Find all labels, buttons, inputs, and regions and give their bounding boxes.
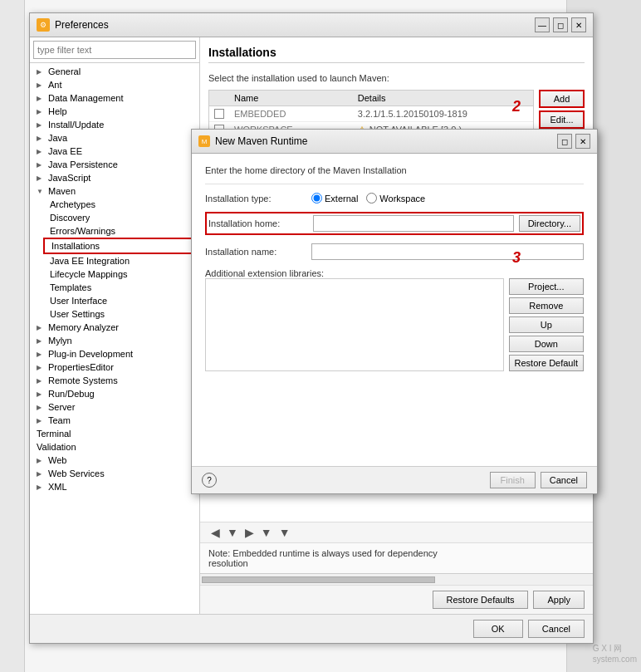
sidebar-item-maven[interactable]: ▼ Maven bbox=[30, 184, 199, 198]
ext-libs-area: Project... Remove Up Down Restore Defaul… bbox=[205, 278, 584, 371]
restore-default-button[interactable]: Restore Default bbox=[509, 355, 584, 371]
maven-description: Enter the home directory of the Maven In… bbox=[205, 165, 584, 184]
sidebar-item-archetypes[interactable]: Archetypes bbox=[43, 198, 199, 211]
sidebar-item-label: Web bbox=[48, 455, 66, 465]
sidebar-item-team[interactable]: ▶ Team bbox=[30, 414, 199, 427]
sidebar-item-javascript[interactable]: ▶ JavaScript bbox=[30, 171, 199, 184]
sidebar-item-user-interface[interactable]: User Interface bbox=[43, 294, 199, 307]
edit-button[interactable]: Edit... bbox=[539, 110, 585, 129]
finish-button[interactable]: Finish bbox=[490, 472, 536, 488]
td-name: EMBEDDED bbox=[229, 107, 353, 120]
installation-home-input[interactable] bbox=[313, 215, 514, 232]
sidebar-item-terminal[interactable]: Terminal bbox=[30, 427, 199, 440]
row-checkbox[interactable] bbox=[214, 109, 224, 119]
maven-children: Archetypes Discovery Errors/Warnings Ins… bbox=[30, 198, 199, 321]
expand-arrow: ▶ bbox=[37, 121, 45, 129]
maven-cancel-button[interactable]: Cancel bbox=[541, 472, 587, 488]
maven-body: Enter the home directory of the Maven In… bbox=[192, 154, 597, 466]
td-checkbox[interactable] bbox=[209, 106, 229, 121]
filter-input[interactable] bbox=[33, 41, 196, 59]
sidebar-item-ant[interactable]: ▶ Ant bbox=[30, 78, 199, 91]
up-button[interactable]: Up bbox=[509, 316, 584, 333]
expand-arrow: ▶ bbox=[37, 390, 45, 398]
radio-workspace-input[interactable] bbox=[366, 193, 377, 204]
sidebar-item-java-ee-integration[interactable]: Java EE Integration bbox=[43, 254, 199, 267]
radio-external-input[interactable] bbox=[311, 193, 322, 204]
sidebar-item-java[interactable]: ▶ Java bbox=[30, 131, 199, 145]
sidebar-item-label: Memory Analyzer bbox=[48, 322, 119, 332]
sidebar-item-plugin-development[interactable]: ▶ Plug-in Development bbox=[30, 347, 199, 361]
restore-button[interactable]: ◻ bbox=[553, 17, 568, 32]
expand-arrow: ▶ bbox=[37, 135, 45, 142]
sidebar-item-server[interactable]: ▶ Server bbox=[30, 400, 199, 414]
maven-footer-buttons: Finish Cancel bbox=[490, 472, 587, 488]
sidebar-item-label: Archetypes bbox=[50, 199, 95, 209]
installation-name-input[interactable] bbox=[311, 243, 584, 260]
nav-dropdown2-button[interactable]: ▼ bbox=[258, 526, 275, 539]
horiz-thumb[interactable] bbox=[202, 576, 435, 583]
expand-arrow: ▶ bbox=[37, 337, 45, 345]
sidebar-item-mylyn[interactable]: ▶ Mylyn bbox=[30, 334, 199, 347]
watermark: G X I 网system.com bbox=[593, 643, 637, 664]
table-header: Name Details bbox=[209, 91, 533, 106]
sidebar-item-templates[interactable]: Templates bbox=[43, 281, 199, 294]
radio-group: External Workspace bbox=[311, 193, 425, 204]
th-details: Details bbox=[353, 91, 533, 105]
sidebar-item-validation[interactable]: Validation bbox=[30, 440, 199, 454]
apply-button[interactable]: Apply bbox=[533, 591, 585, 609]
horiz-scrollbar[interactable] bbox=[200, 573, 593, 585]
sidebar-item-label: User Settings bbox=[50, 309, 105, 319]
back-button[interactable]: ◀ bbox=[208, 526, 223, 539]
sidebar-item-lifecycle-mappings[interactable]: Lifecycle Mappings bbox=[43, 267, 199, 281]
sidebar: ▶ General ▶ Ant ▶ Data Management ▶ Help bbox=[30, 37, 200, 614]
directory-button[interactable]: Directory... bbox=[519, 215, 580, 232]
sidebar-item-general[interactable]: ▶ General bbox=[30, 65, 199, 78]
sidebar-item-java-persistence[interactable]: ▶ Java Persistence bbox=[30, 158, 199, 171]
ext-libs-section: Additional extension libraries: Project.… bbox=[205, 268, 584, 371]
sidebar-item-run-debug[interactable]: ▶ Run/Debug bbox=[30, 387, 199, 400]
note-text2: resolution bbox=[208, 558, 585, 568]
sidebar-item-label: Install/Update bbox=[48, 120, 104, 130]
sidebar-item-install-update[interactable]: ▶ Install/Update bbox=[30, 118, 199, 131]
expand-arrow: ▶ bbox=[37, 174, 45, 182]
sidebar-item-label: Run/Debug bbox=[48, 389, 95, 399]
nav-menu-button[interactable]: ▼ bbox=[276, 526, 293, 539]
maven-maximize-button[interactable]: ◻ bbox=[557, 134, 572, 149]
minimize-button[interactable]: — bbox=[535, 17, 550, 32]
sidebar-item-web-services[interactable]: ▶ Web Services bbox=[30, 467, 199, 480]
sidebar-item-data-management[interactable]: ▶ Data Management bbox=[30, 91, 199, 105]
radio-workspace-label: Workspace bbox=[379, 194, 425, 204]
help-icon[interactable]: ? bbox=[202, 473, 217, 488]
sidebar-item-installations[interactable]: Installations bbox=[43, 238, 199, 254]
ok-button[interactable]: OK bbox=[473, 620, 523, 638]
dialog-titlebar: ⚙ Preferences — ◻ ✕ bbox=[30, 13, 593, 37]
forward-button[interactable]: ▶ bbox=[242, 526, 257, 539]
radio-workspace[interactable]: Workspace bbox=[366, 193, 425, 204]
sidebar-item-label: Errors/Warnings bbox=[50, 226, 115, 236]
maven-titlebar: M New Maven Runtime ◻ ✕ bbox=[192, 130, 597, 154]
sidebar-item-discovery[interactable]: Discovery bbox=[43, 211, 199, 224]
sidebar-item-java-ee[interactable]: ▶ Java EE bbox=[30, 145, 199, 158]
maven-close-button[interactable]: ✕ bbox=[575, 134, 590, 149]
sidebar-item-memory-analyzer[interactable]: ▶ Memory Analyzer bbox=[30, 321, 199, 334]
remove-button[interactable]: Remove bbox=[509, 297, 584, 314]
nav-dropdown-button[interactable]: ▼ bbox=[224, 526, 241, 539]
project-button[interactable]: Project... bbox=[509, 278, 584, 295]
tree-area: ▶ General ▶ Ant ▶ Data Management ▶ Help bbox=[30, 63, 199, 614]
sidebar-item-label: Remote Systems bbox=[48, 375, 118, 385]
close-button[interactable]: ✕ bbox=[571, 17, 586, 32]
sidebar-item-user-settings[interactable]: User Settings bbox=[43, 307, 199, 321]
restore-defaults-button[interactable]: Restore Defaults bbox=[433, 591, 529, 609]
cancel-button[interactable]: Cancel bbox=[528, 620, 585, 638]
sidebar-item-properties-editor[interactable]: ▶ PropertiesEditor bbox=[30, 361, 199, 374]
radio-external[interactable]: External bbox=[311, 193, 358, 204]
sidebar-item-xml[interactable]: ▶ XML bbox=[30, 480, 199, 493]
add-button[interactable]: Add bbox=[539, 90, 585, 108]
sidebar-item-remote-systems[interactable]: ▶ Remote Systems bbox=[30, 374, 199, 387]
sidebar-item-web[interactable]: ▶ Web bbox=[30, 454, 199, 467]
sidebar-item-help[interactable]: ▶ Help bbox=[30, 105, 199, 118]
down-button[interactable]: Down bbox=[509, 336, 584, 352]
preferences-icon: ⚙ bbox=[37, 18, 50, 32]
table-row[interactable]: EMBEDDED 3.2.1/1.5.1.20150109-1819 bbox=[209, 106, 533, 122]
sidebar-item-errors-warnings[interactable]: Errors/Warnings bbox=[43, 224, 199, 238]
